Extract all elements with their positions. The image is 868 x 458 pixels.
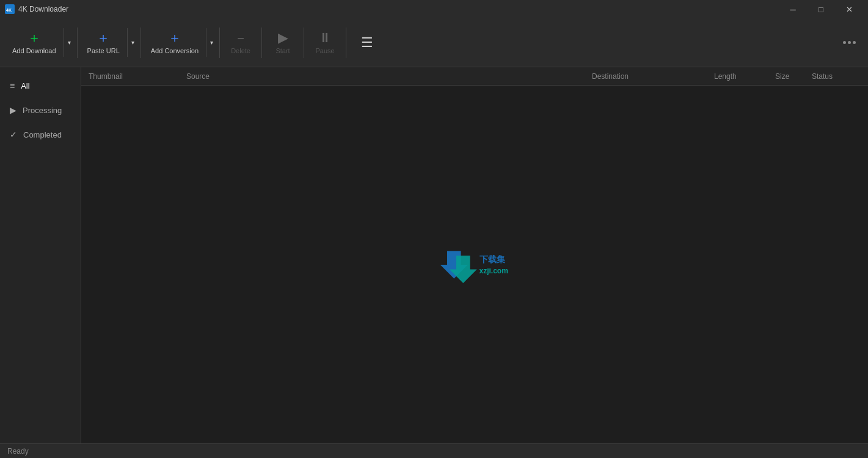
toolbar-sep-3: [219, 28, 220, 58]
titlebar-left: 4K 4K Downloader: [5, 4, 68, 14]
col-size: Size: [775, 72, 812, 81]
titlebar: 4K 4K Downloader ─ □ ✕: [0, 0, 868, 18]
col-destination: Destination: [592, 72, 714, 81]
sidebar-item-all[interactable]: ≡ All: [0, 73, 81, 98]
toolbar-group-start: ▶ Start: [264, 18, 301, 67]
start-label: Start: [275, 47, 290, 54]
toolbar-group-delete: － Delete: [222, 18, 259, 67]
sidebar-item-all-label: All: [21, 81, 29, 90]
menu-button[interactable]: ☰: [349, 18, 385, 67]
logo-svg: 下载集 xzji.com: [438, 243, 511, 286]
toolbar-sep-5: [304, 28, 304, 58]
all-icon: ≡: [10, 81, 15, 90]
toolbar-sep-4: [261, 28, 262, 58]
dot-1: [843, 41, 846, 44]
add-conversion-button[interactable]: ＋ Add Conversion: [144, 18, 206, 67]
toolbar-group-add-conversion: ＋ Add Conversion ▾: [144, 18, 217, 67]
toolbar: ＋ Add Download ▾ ＋ Paste URL ▾ ＋ Add Con…: [0, 18, 868, 67]
toolbar-sep-6: [346, 28, 346, 58]
svg-text:下载集: 下载集: [480, 254, 506, 264]
sidebar-item-completed-label: Completed: [23, 130, 62, 139]
pause-icon: ⏸: [318, 31, 332, 45]
paste-url-icon: ＋: [97, 31, 110, 45]
close-button[interactable]: ✕: [835, 0, 863, 18]
watermark-logo: 下载集 xzji.com: [438, 243, 511, 286]
processing-icon: ▶: [10, 105, 16, 115]
sidebar-item-processing[interactable]: ▶ Processing: [0, 98, 81, 122]
pause-button[interactable]: ⏸ Pause: [307, 18, 343, 67]
main: ≡ All ▶ Processing ✓ Completed Thumbnail…: [0, 67, 868, 443]
sidebar: ≡ All ▶ Processing ✓ Completed: [0, 67, 81, 443]
paste-url-dropdown[interactable]: ▾: [127, 28, 138, 57]
start-icon: ▶: [278, 31, 288, 45]
svg-text:xzji.com: xzji.com: [480, 266, 508, 275]
col-thumbnail: Thumbnail: [89, 72, 186, 81]
dot-3: [853, 41, 856, 44]
column-headers: Thumbnail Source Destination Length Size…: [81, 67, 868, 86]
sidebar-item-processing-label: Processing: [23, 106, 62, 115]
titlebar-controls: ─ □ ✕: [779, 0, 863, 18]
three-dots-button[interactable]: [836, 36, 863, 49]
menu-icon: ☰: [361, 36, 373, 50]
add-conversion-icon: ＋: [168, 31, 181, 45]
add-download-icon: ＋: [27, 31, 41, 45]
dot-2: [848, 41, 851, 44]
delete-label: Delete: [231, 47, 250, 54]
completed-icon: ✓: [10, 130, 17, 139]
download-list: 下载集 xzji.com: [81, 86, 868, 443]
add-conversion-dropdown[interactable]: ▾: [206, 28, 217, 57]
toolbar-group-add-download: ＋ Add Download ▾: [5, 18, 75, 67]
delete-button[interactable]: － Delete: [222, 18, 259, 67]
statusbar: Ready: [0, 443, 868, 458]
col-source: Source: [186, 72, 592, 81]
pause-label: Pause: [315, 47, 334, 54]
minimize-button[interactable]: ─: [779, 0, 807, 18]
col-status: Status: [812, 72, 861, 81]
delete-icon: －: [234, 31, 247, 45]
start-button[interactable]: ▶ Start: [264, 18, 301, 67]
add-download-label: Add Download: [12, 47, 56, 54]
toolbar-group-pause: ⏸ Pause: [307, 18, 343, 67]
toolbar-sep-1: [77, 28, 78, 58]
add-download-dropdown[interactable]: ▾: [64, 28, 75, 57]
svg-text:4K: 4K: [6, 8, 12, 12]
add-download-button[interactable]: ＋ Add Download: [5, 18, 64, 67]
titlebar-title: 4K Downloader: [18, 5, 68, 13]
content-area: Thumbnail Source Destination Length Size…: [81, 67, 868, 443]
toolbar-group-paste-url: ＋ Paste URL ▾: [80, 18, 138, 67]
maximize-button[interactable]: □: [807, 0, 835, 18]
add-conversion-label: Add Conversion: [151, 47, 199, 54]
sidebar-item-completed[interactable]: ✓ Completed: [0, 122, 81, 147]
col-length: Length: [714, 72, 775, 81]
status-text: Ready: [7, 447, 29, 456]
paste-url-label: Paste URL: [87, 47, 120, 54]
toolbar-group-menu: ☰: [349, 18, 385, 67]
toolbar-sep-2: [140, 28, 141, 58]
app-icon: 4K: [5, 4, 15, 14]
paste-url-button[interactable]: ＋ Paste URL: [80, 18, 127, 67]
